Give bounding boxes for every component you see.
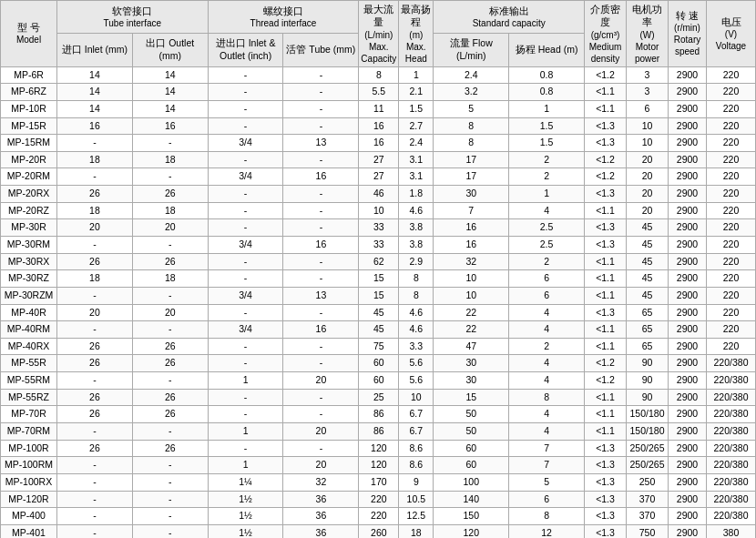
table-cell: - bbox=[283, 117, 359, 135]
table-cell: 2.5 bbox=[509, 219, 585, 237]
table-cell: <1.2 bbox=[585, 151, 627, 168]
table-cell: - bbox=[208, 253, 283, 270]
table-cell: - bbox=[208, 84, 283, 101]
table-row: MP-30RZM--3/413158106<1.1452900220 bbox=[1, 287, 756, 304]
table-cell: 220/380 bbox=[707, 423, 756, 441]
table-cell: - bbox=[208, 406, 283, 423]
table-cell: 3 bbox=[627, 84, 669, 101]
table-cell: 16 bbox=[434, 237, 509, 254]
table-cell: 45 bbox=[359, 321, 399, 339]
table-cell: - bbox=[208, 270, 283, 288]
table-cell: 3.3 bbox=[399, 338, 434, 355]
table-row: MP-30R2020--333.8162.5<1.3452900220 bbox=[1, 219, 756, 237]
table-cell: 32 bbox=[434, 253, 509, 270]
header-maxhead: 最高扬程 (m) Max. Head bbox=[399, 1, 434, 67]
header-stdhead: 扬程 Head (m) bbox=[509, 34, 585, 66]
table-cell: 14 bbox=[132, 100, 208, 117]
table-cell: <1.3 bbox=[585, 457, 627, 474]
table-cell: MP-30RX bbox=[1, 253, 57, 270]
table-cell: 50 bbox=[434, 406, 509, 423]
table-cell: 14 bbox=[57, 66, 133, 84]
table-cell: 46 bbox=[359, 186, 399, 203]
table-cell: 260 bbox=[359, 524, 399, 538]
table-cell: - bbox=[57, 287, 133, 304]
table-cell: 220 bbox=[707, 202, 756, 219]
table-cell: - bbox=[283, 219, 359, 237]
table-cell: 2900 bbox=[669, 219, 707, 237]
table-cell: - bbox=[57, 508, 133, 525]
table-cell: 20 bbox=[132, 219, 208, 237]
table-cell: <1.3 bbox=[585, 473, 627, 491]
table-cell: 15 bbox=[434, 389, 509, 406]
table-cell: <1.3 bbox=[585, 524, 627, 538]
table-cell: 26 bbox=[57, 253, 133, 270]
table-cell: <1.2 bbox=[585, 168, 627, 186]
table-row: MP-55RZ2626--2510158<1.1902900220/380 bbox=[1, 389, 756, 406]
table-cell: 6 bbox=[509, 287, 585, 304]
table-cell: 140 bbox=[434, 491, 509, 508]
table-cell: MP-100R bbox=[1, 440, 57, 457]
table-cell: 4 bbox=[509, 321, 585, 339]
table-cell: 3/4 bbox=[208, 135, 283, 152]
table-cell: 2900 bbox=[669, 491, 707, 508]
table-cell: 2900 bbox=[669, 457, 707, 474]
table-cell: 30 bbox=[434, 355, 509, 372]
table-cell: 10 bbox=[627, 135, 669, 152]
table-cell: 20 bbox=[627, 168, 669, 186]
table-cell: 18 bbox=[57, 202, 133, 219]
table-cell: 3/4 bbox=[208, 321, 283, 339]
table-cell: 220 bbox=[707, 168, 756, 186]
table-cell: 20 bbox=[627, 186, 669, 203]
table-cell: 26 bbox=[132, 338, 208, 355]
table-cell: 90 bbox=[627, 372, 669, 390]
table-cell: MP-40R bbox=[1, 304, 57, 321]
table-cell: MP-20RX bbox=[1, 186, 57, 203]
table-cell: 8 bbox=[434, 135, 509, 152]
table-cell: - bbox=[132, 491, 208, 508]
table-cell: 16 bbox=[57, 117, 133, 135]
table-row: MP-70RM--120866.7504<1.1150/1802900220/3… bbox=[1, 423, 756, 441]
header-stdflow: 流量 Flow (L/min) bbox=[434, 34, 509, 66]
table-cell: - bbox=[283, 151, 359, 168]
table-cell: <1.3 bbox=[585, 219, 627, 237]
table-cell: 1 bbox=[208, 372, 283, 390]
table-cell: 25 bbox=[359, 389, 399, 406]
table-cell: MP-6RZ bbox=[1, 84, 57, 101]
table-cell: 2900 bbox=[669, 287, 707, 304]
table-cell: 20 bbox=[57, 219, 133, 237]
table-cell: 60 bbox=[434, 440, 509, 457]
table-cell: MP-20R bbox=[1, 151, 57, 168]
table-cell: 4 bbox=[509, 202, 585, 219]
table-cell: 170 bbox=[359, 473, 399, 491]
table-cell: 220 bbox=[707, 304, 756, 321]
table-cell: 4 bbox=[509, 372, 585, 390]
table-cell: 1½ bbox=[208, 508, 283, 525]
table-cell: 26 bbox=[57, 440, 133, 457]
table-cell: 2900 bbox=[669, 186, 707, 203]
table-cell: 16 bbox=[132, 117, 208, 135]
table-cell: 220/380 bbox=[707, 372, 756, 390]
table-cell: 27 bbox=[359, 151, 399, 168]
table-cell: 14 bbox=[132, 84, 208, 101]
table-cell: 220 bbox=[359, 508, 399, 525]
table-cell: 2900 bbox=[669, 508, 707, 525]
header-model: 型 号 Model bbox=[1, 1, 57, 67]
table-cell: 18 bbox=[57, 270, 133, 288]
table-cell: <1.1 bbox=[585, 84, 627, 101]
table-cell: 220/380 bbox=[707, 406, 756, 423]
table-cell: - bbox=[283, 84, 359, 101]
table-cell: - bbox=[208, 186, 283, 203]
table-row: MP-100RX--1¼3217091005<1.32502900220/380 bbox=[1, 473, 756, 491]
table-row: MP-6RZ1414--5.52.13.20.8<1.132900220 bbox=[1, 84, 756, 101]
table-cell: 120 bbox=[434, 524, 509, 538]
table-cell: 86 bbox=[359, 423, 399, 441]
table-cell: 2 bbox=[509, 151, 585, 168]
table-cell: 90 bbox=[627, 355, 669, 372]
table-cell: 32 bbox=[283, 473, 359, 491]
table-cell: 100 bbox=[434, 473, 509, 491]
table-cell: 1 bbox=[208, 457, 283, 474]
table-cell: 1½ bbox=[208, 491, 283, 508]
table-cell: 45 bbox=[627, 287, 669, 304]
table-cell: <1.1 bbox=[585, 423, 627, 441]
table-row: MP-40RM--3/416454.6224<1.1652900220 bbox=[1, 321, 756, 339]
